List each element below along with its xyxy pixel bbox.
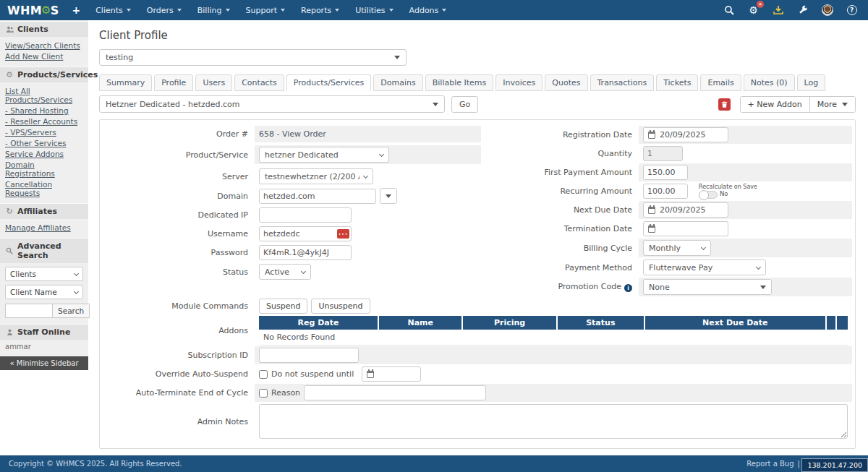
tab-quotes[interactable]: Quotes	[545, 74, 587, 91]
sidebar-link-view-search-clients[interactable]: View/Search Clients	[0, 40, 88, 51]
product-row: Product/Service hetzner Dedicated	[103, 143, 481, 166]
sidebar-link-service-addons[interactable]: Service Addons	[0, 148, 88, 159]
menu-reports[interactable]: Reports	[293, 0, 347, 20]
menu-clients[interactable]: Clients	[88, 0, 139, 20]
automation-status-icon[interactable]: ⚙ ✕	[747, 4, 760, 17]
menu-addons[interactable]: Addons	[401, 0, 455, 20]
tab-billable-items[interactable]: Billable Items	[425, 74, 494, 91]
chevron-down-icon	[127, 9, 131, 12]
addons-col-name[interactable]: Name	[379, 316, 463, 330]
sidebar-link-add-new-client[interactable]: Add New Client	[0, 51, 88, 61]
promotion-code-select[interactable]: None	[643, 279, 772, 295]
menu-support[interactable]: Support	[238, 0, 293, 20]
tab-profile[interactable]: Profile	[154, 74, 193, 91]
payment-method-select[interactable]: Flutterwave Pay	[643, 259, 766, 275]
quick-add-button[interactable]: +	[72, 4, 80, 16]
menu-billing[interactable]: Billing	[190, 0, 238, 20]
unsuspend-button[interactable]: Unsuspend	[311, 299, 370, 314]
service-form-left: Order # 658 - View Order Product/Service…	[103, 126, 481, 282]
sidebar-link-manage-affiliates[interactable]: Manage Affiliates	[0, 222, 88, 233]
domain-dropdown-button[interactable]	[380, 188, 397, 204]
tab-products-services[interactable]: Products/Services	[286, 74, 372, 91]
password-input[interactable]	[259, 245, 352, 260]
registration-date-input[interactable]: 20/09/2025	[643, 127, 728, 142]
addons-col-action2	[837, 316, 848, 330]
service-toolbar: Hetzner Dedicated - hetzded.com Go + New…	[99, 95, 856, 113]
advanced-search-field-select[interactable]: Client Name	[5, 285, 83, 299]
sidebar-link-reseller-accounts[interactable]: - Reseller Accounts	[0, 116, 88, 126]
client-picker-dropdown[interactable]: testing	[99, 49, 407, 66]
next-due-date-input[interactable]: 20/09/2025	[643, 202, 728, 218]
sidebar-link-list-all-products[interactable]: List All Products/Services	[0, 85, 88, 105]
billing-cycle-select[interactable]: Monthly	[643, 240, 711, 256]
logo-text: WHM	[7, 4, 42, 17]
auto-terminate-reason-input[interactable]	[304, 385, 486, 400]
username-row: Username •••	[103, 225, 481, 243]
admin-notes-textarea[interactable]	[259, 404, 848, 439]
info-icon[interactable]: i	[624, 284, 632, 292]
sidebar-link-other-services[interactable]: - Other Services	[0, 137, 88, 148]
addons-col-next-due[interactable]: Next Due Date	[645, 316, 827, 330]
minimise-sidebar-button[interactable]: « Minimise Sidebar	[0, 356, 88, 370]
more-button[interactable]: More	[809, 97, 855, 112]
tab-domains[interactable]: Domains	[373, 74, 422, 91]
view-order-link[interactable]: 658 - View Order	[259, 129, 326, 139]
new-addon-button[interactable]: + New Addon	[741, 97, 809, 112]
sidebar-link-cancellation-requests[interactable]: Cancellation Requests	[0, 179, 88, 198]
recalculate-toggle[interactable]	[699, 191, 718, 199]
menu-utilities[interactable]: Utilities	[347, 0, 401, 20]
sidebar-link-vps-servers[interactable]: - VPS/Servers	[0, 126, 88, 137]
status-select[interactable]: Active	[259, 264, 311, 280]
module-login-icon[interactable]: •••	[337, 229, 349, 239]
sidebar-section-staff-online: Staff Online	[0, 324, 88, 340]
whmcs-logo[interactable]: WHM⚙S	[7, 4, 59, 17]
user-avatar[interactable]	[821, 4, 833, 17]
chevron-down-icon	[756, 264, 761, 269]
service-picker-dropdown[interactable]: Hetzner Dedicated - hetzded.com	[99, 95, 445, 113]
sidebar-section-affiliates: ↻ Affiliates	[0, 203, 88, 219]
suspend-button[interactable]: Suspend	[259, 299, 307, 314]
sidebar-link-shared-hosting[interactable]: - Shared Hosting	[0, 105, 88, 116]
first-payment-input[interactable]	[643, 165, 688, 180]
tab-invoices[interactable]: Invoices	[495, 74, 542, 91]
delete-service-icon[interactable]	[718, 98, 731, 111]
addons-col-status[interactable]: Status	[558, 316, 645, 330]
dedicated-ip-row: Dedicated IP	[103, 206, 481, 224]
tab-notes[interactable]: Notes (0)	[744, 74, 795, 91]
subscription-id-input[interactable]	[259, 348, 359, 363]
sidebar-link-domain-registrations[interactable]: Domain Registrations	[0, 159, 88, 179]
domain-input[interactable]	[259, 189, 376, 204]
addons-col-reg-date[interactable]: Reg Date	[259, 316, 379, 330]
tab-log[interactable]: Log	[797, 74, 826, 91]
tab-transactions[interactable]: Transactions	[590, 74, 655, 91]
calendar-icon	[648, 226, 655, 233]
tab-summary[interactable]: Summary	[99, 74, 152, 91]
chevron-down-icon	[74, 288, 79, 293]
product-service-select[interactable]: hetzner Dedicated	[259, 147, 389, 163]
override-auto-suspend-checkbox[interactable]	[259, 370, 268, 379]
server-select[interactable]: testnewhetzner (2/200 Account:	[259, 168, 373, 184]
auto-terminate-checkbox[interactable]	[259, 389, 268, 398]
advanced-search-input[interactable]	[5, 304, 53, 318]
advanced-search-button[interactable]: Search	[53, 304, 90, 318]
logo-text-2: S	[51, 4, 59, 17]
search-icon[interactable]	[723, 4, 735, 17]
tab-users[interactable]: Users	[195, 74, 232, 91]
termination-date-input[interactable]	[643, 221, 728, 236]
addons-col-pricing[interactable]: Pricing	[463, 316, 557, 330]
dedicated-ip-input[interactable]	[259, 207, 352, 223]
advanced-search-category-select[interactable]: Clients	[5, 267, 83, 281]
wrench-icon[interactable]	[796, 4, 809, 17]
staff-noticeboard-icon[interactable]	[772, 4, 784, 17]
menu-orders[interactable]: Orders	[139, 0, 190, 20]
recurring-amount-input[interactable]	[643, 184, 688, 199]
tab-tickets[interactable]: Tickets	[656, 74, 698, 91]
suspend-until-date-input[interactable]	[362, 366, 421, 382]
report-bug-link[interactable]: Report a Bug	[746, 460, 793, 468]
auto-terminate-row: Auto-Terminate End of Cycle Reason	[103, 384, 852, 402]
go-button[interactable]: Go	[451, 96, 478, 113]
tab-contacts[interactable]: Contacts	[234, 74, 284, 91]
help-icon[interactable]: ?	[846, 4, 858, 17]
tab-emails[interactable]: Emails	[700, 74, 741, 91]
caret-down-icon	[433, 103, 438, 106]
